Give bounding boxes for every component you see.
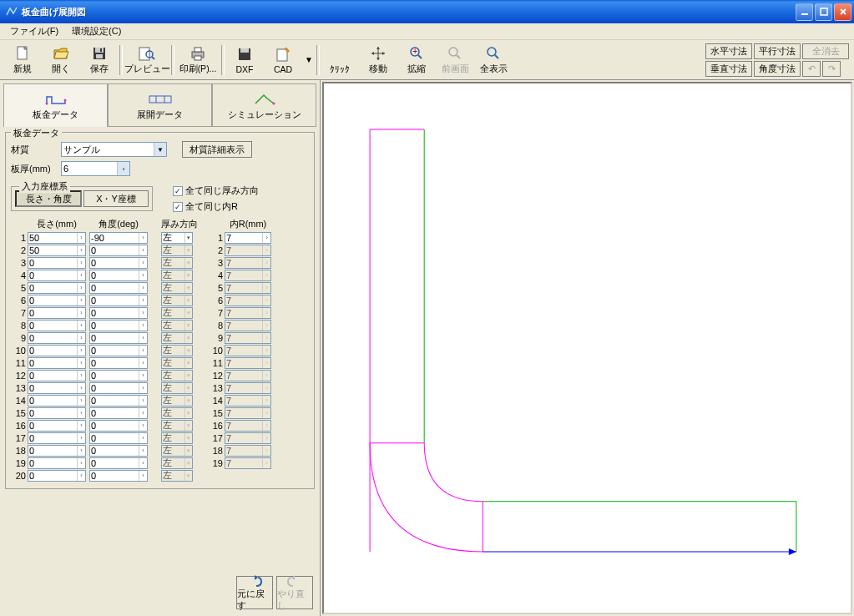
grid-cell-input[interactable]	[90, 346, 139, 356]
grid-cell-input[interactable]	[28, 371, 77, 381]
grid-cell[interactable]: ›	[28, 407, 86, 419]
maximize-button[interactable]	[815, 3, 832, 21]
grid-cell[interactable]: ›	[89, 457, 148, 469]
grid-cell-step-icon[interactable]: ›	[139, 270, 147, 280]
grid-cell-step-icon[interactable]: ›	[77, 346, 85, 356]
grid-cell[interactable]: ›	[28, 257, 86, 269]
para-dim-button[interactable]: 平行寸法	[754, 43, 801, 59]
material-combo[interactable]: ▼	[61, 142, 167, 157]
grid-cell[interactable]: ›	[89, 282, 148, 294]
grid-cell-step-icon[interactable]: ›	[77, 270, 85, 280]
cad-button[interactable]: CAD	[264, 42, 302, 78]
material-detail-button[interactable]: 材質詳細表示	[182, 141, 252, 158]
grid-cell-input[interactable]	[90, 371, 139, 381]
grid-cell[interactable]: ›	[28, 232, 86, 244]
material-drop-icon[interactable]: ▼	[154, 143, 166, 156]
grid-cell-step-icon[interactable]: ›	[77, 283, 85, 293]
grid-cell-step-icon[interactable]: ›	[139, 371, 147, 381]
grid-cell[interactable]: ›	[89, 295, 148, 306]
grid-cell[interactable]: ›	[89, 270, 148, 281]
grid-cell-step-icon[interactable]: ›	[77, 258, 85, 268]
grid-cell[interactable]: ›	[89, 345, 148, 356]
grid-cell-step-icon[interactable]: ›	[77, 295, 85, 305]
grid-cell[interactable]: ›	[89, 320, 148, 331]
grid-cell-input[interactable]	[90, 295, 139, 305]
grid-cell[interactable]: ›	[89, 307, 148, 319]
grid-cell-step-icon[interactable]: ›	[139, 346, 147, 356]
grid-cell-step-icon[interactable]: ›	[139, 421, 147, 431]
grid-cell[interactable]: ▾	[161, 232, 193, 244]
zoom-button[interactable]: + 拡縮	[397, 42, 436, 78]
open-button[interactable]: 開く	[42, 42, 80, 78]
grid-cell-step-icon[interactable]: ›	[139, 233, 147, 243]
grid-cell-input[interactable]	[90, 396, 139, 406]
grid-cell-step-icon[interactable]: ›	[139, 358, 147, 368]
grid-cell-input[interactable]	[28, 446, 77, 456]
grid-cell-input[interactable]	[90, 358, 139, 368]
grid-cell-input[interactable]	[28, 258, 77, 268]
grid-cell[interactable]: ›	[89, 332, 148, 344]
grid-cell[interactable]: ›	[89, 395, 148, 406]
grid-cell-step-icon[interactable]: ›	[77, 383, 85, 393]
grid-cell-input[interactable]	[28, 245, 77, 255]
click-button[interactable]: ｸﾘｯｸ	[321, 42, 359, 78]
thickness-input-wrap[interactable]: ›	[61, 161, 130, 176]
grid-cell[interactable]: ›	[28, 457, 86, 469]
grid-cell-step-icon[interactable]: ›	[139, 408, 147, 418]
grid-cell[interactable]: ›	[89, 470, 148, 482]
grid-cell[interactable]: ›	[28, 470, 86, 482]
grid-cell-step-icon[interactable]: ›	[77, 358, 85, 368]
grid-cell[interactable]: ›	[89, 357, 148, 369]
grid-cell-step-icon[interactable]: ›	[77, 233, 85, 243]
grid-cell-input[interactable]	[90, 283, 139, 293]
grid-cell[interactable]: ›	[89, 420, 148, 432]
grid-cell[interactable]: ›	[28, 420, 86, 432]
thickness-input[interactable]	[62, 162, 117, 175]
tab-sheet[interactable]: 板金データ	[3, 83, 108, 127]
grid-cell-step-icon[interactable]: ›	[77, 396, 85, 406]
grid-cell-input[interactable]	[28, 408, 77, 418]
preview-button[interactable]: プレビュー	[124, 42, 170, 78]
grid-cell-step-icon[interactable]: ›	[139, 258, 147, 268]
thickness-step-icon[interactable]: ›	[117, 162, 129, 175]
tab-unfold[interactable]: 展開データ	[108, 83, 212, 127]
grid-cell-input[interactable]	[90, 421, 139, 431]
grid-cell-input[interactable]	[28, 233, 77, 243]
grid-cell[interactable]: ›	[28, 245, 86, 256]
grid-cell-step-icon[interactable]: ›	[139, 283, 147, 293]
grid-cell-step-icon[interactable]: ›	[77, 308, 85, 318]
grid-cell-input[interactable]	[90, 321, 139, 331]
print-button[interactable]: 印刷(P)...	[175, 42, 220, 78]
dxf-button[interactable]: DXF	[225, 42, 264, 78]
grid-cell[interactable]: ›	[89, 370, 148, 381]
grid-cell-input[interactable]	[28, 346, 77, 356]
grid-cell-input[interactable]	[28, 308, 77, 318]
grid-cell[interactable]: ›	[28, 370, 86, 381]
grid-cell[interactable]: ›	[28, 395, 86, 406]
undo-button[interactable]: 元に戻す	[236, 576, 273, 609]
tab-sim[interactable]: シミュレーション	[212, 83, 316, 127]
grid-cell-input[interactable]	[28, 433, 77, 443]
grid-cell-input[interactable]	[28, 421, 77, 431]
menu-file[interactable]: ファイル(F)	[3, 23, 65, 39]
grid-cell[interactable]: ›	[28, 295, 86, 306]
grid-cell-step-icon[interactable]: ›	[139, 433, 147, 443]
grid-cell-step-icon[interactable]: ›	[77, 471, 85, 481]
grid-cell-step-icon[interactable]: ▾	[184, 233, 192, 243]
move-button[interactable]: 移動	[359, 42, 397, 78]
grid-cell-step-icon[interactable]: ›	[139, 308, 147, 318]
all-button[interactable]: 全表示	[474, 42, 513, 78]
grid-cell-step-icon[interactable]: ›	[262, 233, 270, 243]
grid-cell-step-icon[interactable]: ›	[139, 396, 147, 406]
grid-cell-step-icon[interactable]: ›	[77, 321, 85, 331]
cad-dropdown[interactable]: ▼	[302, 42, 316, 78]
angle-dim-button[interactable]: 角度寸法	[754, 61, 801, 77]
close-button[interactable]	[834, 3, 851, 21]
grid-cell-input[interactable]	[28, 333, 77, 343]
grid-cell[interactable]: ›	[28, 445, 86, 457]
grid-cell-step-icon[interactable]: ›	[77, 245, 85, 255]
grid-cell[interactable]: ›	[28, 307, 86, 319]
grid-cell-input[interactable]	[162, 233, 184, 243]
vert-dim-button[interactable]: 垂直寸法	[705, 61, 752, 77]
material-input[interactable]	[62, 143, 154, 156]
